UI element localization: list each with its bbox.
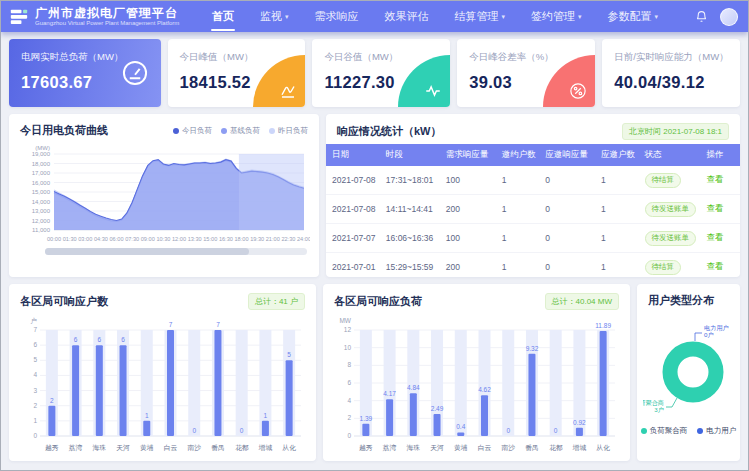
cell-date: 2021-07-08 xyxy=(326,195,380,224)
responsive-load-title: 各区局可响应负荷 xyxy=(334,294,422,309)
nav-item-3[interactable]: 效果评估 xyxy=(372,1,442,32)
kpi-card-3: 今日峰谷差率（%）39.03 xyxy=(457,39,595,107)
svg-text:白云: 白云 xyxy=(164,444,178,452)
nav-menu: 首页监视▾需求响应效果评估结算管理▾签约管理▾参数配置▾ xyxy=(199,1,671,32)
svg-text:番禺: 番禺 xyxy=(525,444,539,452)
cell-responded_users: 1 xyxy=(595,166,638,195)
table-row: 2021-07-0115:29~15:59200101待结算查看 xyxy=(326,253,740,278)
kpi-card-1: 今日峰值（MW）18415.52 xyxy=(168,39,306,107)
legend-item-2[interactable]: 昨日负荷 xyxy=(269,126,308,136)
legend-dot xyxy=(269,128,275,134)
svg-text:19,000: 19,000 xyxy=(32,151,51,157)
nav-item-0[interactable]: 首页 xyxy=(199,1,247,32)
kpi-card-4: 日前/实时响应能力（MW）40.04/39.12 xyxy=(602,39,740,107)
svg-text:增城: 增城 xyxy=(572,444,587,452)
svg-text:12:00: 12:00 xyxy=(172,236,186,242)
notification-icon[interactable] xyxy=(695,10,708,23)
load-curve-chart: (MW)11,00012,00013,00014,00015,00016,000… xyxy=(18,142,310,246)
legend-label: 负荷聚合商 xyxy=(650,426,688,436)
svg-text:4.62: 4.62 xyxy=(478,386,491,393)
svg-text:0: 0 xyxy=(33,432,37,439)
nav-item-2[interactable]: 需求响应 xyxy=(302,1,372,32)
table-row: 2021-07-0716:06~16:36100101待发送账单查看 xyxy=(326,224,740,253)
svg-text:7: 7 xyxy=(33,326,37,333)
svg-text:1: 1 xyxy=(145,412,149,419)
nav-item-4[interactable]: 结算管理▾ xyxy=(442,1,519,32)
load-total-badge: 总计：40.04 MW xyxy=(545,293,619,310)
svg-text:11.89: 11.89 xyxy=(595,322,611,329)
chart-zoom-window[interactable] xyxy=(45,248,249,255)
donut-legend-item-0[interactable]: 负荷聚合商 xyxy=(641,426,688,436)
cell-responded_amount: 0 xyxy=(539,253,595,278)
svg-text:越秀: 越秀 xyxy=(45,444,59,452)
kpi-card-2: 今日谷值（MW）11227.30 xyxy=(312,39,450,107)
view-link[interactable]: 查看 xyxy=(707,174,724,184)
kpi-value: 40.04/39.12 xyxy=(614,73,728,92)
svg-text:增城: 增城 xyxy=(258,444,273,452)
view-link[interactable]: 查看 xyxy=(707,232,724,242)
avatar[interactable] xyxy=(720,8,738,26)
legend-dot xyxy=(641,428,647,434)
cell-demand: 100 xyxy=(440,224,496,253)
cell-period: 14:11~14:41 xyxy=(380,195,440,224)
svg-text:16,000: 16,000 xyxy=(32,180,51,186)
column-header-3: 邀约户数 xyxy=(496,144,539,166)
chevron-down-icon: ▾ xyxy=(502,13,506,21)
cell-invited: 1 xyxy=(496,253,539,278)
svg-text:7: 7 xyxy=(169,321,173,328)
app-window: 广州市虚拟电厂管理平台 Guangzhou Virtual Power Plan… xyxy=(0,0,749,471)
legend-label: 电力用户 xyxy=(706,426,736,436)
svg-text:黄埔: 黄埔 xyxy=(140,444,154,452)
nav-item-5[interactable]: 签约管理▾ xyxy=(518,1,595,32)
svg-text:21:00: 21:00 xyxy=(266,236,280,242)
svg-text:1: 1 xyxy=(264,412,268,419)
svg-text:10: 10 xyxy=(344,344,352,351)
svg-text:01:30: 01:30 xyxy=(63,236,77,242)
legend-dot xyxy=(697,428,703,434)
households-bar-chart: 户012345672越秀6荔湾6海珠6天河1黄埔7白云0南沙7番禺0花都1增城5… xyxy=(18,314,307,460)
view-link[interactable]: 查看 xyxy=(707,261,724,271)
nav-item-label: 需求响应 xyxy=(315,9,359,24)
column-header-4: 应邀响应量 xyxy=(539,144,595,166)
svg-text:MW: MW xyxy=(339,317,351,324)
kpi-row: 电网实时总负荷（MW）17603.67今日峰值（MW）18415.52今日谷值（… xyxy=(9,39,740,107)
legend-label: 基线负荷 xyxy=(230,126,260,136)
svg-text:3: 3 xyxy=(33,387,37,394)
svg-text:5: 5 xyxy=(287,351,291,358)
legend-item-0[interactable]: 今日负荷 xyxy=(173,126,212,136)
svg-text:0.92: 0.92 xyxy=(573,419,586,426)
svg-text:6: 6 xyxy=(98,336,102,343)
svg-text:黄埔: 黄埔 xyxy=(454,444,468,452)
svg-text:1: 1 xyxy=(33,417,37,424)
responsive-households-title: 各区局可响应户数 xyxy=(20,294,108,309)
nav-item-6[interactable]: 参数配置▾ xyxy=(595,1,672,32)
kpi-card-0: 电网实时总负荷（MW）17603.67 xyxy=(9,39,161,107)
cell-responded_users: 1 xyxy=(595,253,638,278)
cell-responded_users: 1 xyxy=(595,224,638,253)
svg-text:09:00: 09:00 xyxy=(141,236,155,242)
column-header-6: 状态 xyxy=(639,144,701,166)
svg-text:13:30: 13:30 xyxy=(188,236,202,242)
nav-item-label: 效果评估 xyxy=(385,9,429,24)
svg-text:从化: 从化 xyxy=(596,444,610,452)
svg-text:6: 6 xyxy=(347,379,351,386)
svg-text:4: 4 xyxy=(33,371,37,378)
legend-label: 昨日负荷 xyxy=(278,126,308,136)
cell-responded_amount: 0 xyxy=(539,166,595,195)
svg-text:15:00: 15:00 xyxy=(203,236,217,242)
nav-item-1[interactable]: 监视▾ xyxy=(247,1,302,32)
svg-text:4.84: 4.84 xyxy=(407,384,420,391)
svg-text:6: 6 xyxy=(33,341,37,348)
svg-text:荔湾: 荔湾 xyxy=(382,444,397,452)
svg-text:07:30: 07:30 xyxy=(125,236,139,242)
svg-text:15,000: 15,000 xyxy=(32,189,51,195)
cell-responded_amount: 0 xyxy=(539,195,595,224)
donut-legend-item-1[interactable]: 电力用户 xyxy=(697,426,736,436)
svg-text:从化: 从化 xyxy=(282,444,296,452)
view-link[interactable]: 查看 xyxy=(707,203,724,213)
svg-text:2: 2 xyxy=(50,397,54,404)
legend-item-1[interactable]: 基线负荷 xyxy=(221,126,260,136)
column-header-0: 日期 xyxy=(326,144,380,166)
svg-text:10:30: 10:30 xyxy=(156,236,170,242)
chart-zoom-slider[interactable] xyxy=(45,248,307,255)
